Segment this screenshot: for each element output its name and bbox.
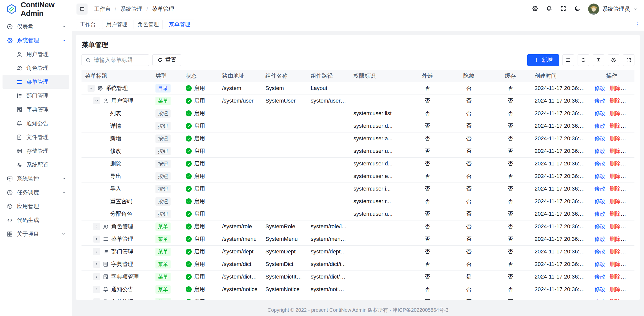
- cell: [262, 183, 307, 195]
- row-density-button[interactable]: [593, 54, 604, 66]
- code-icon: [7, 217, 13, 223]
- delete-link[interactable]: 删除: [610, 286, 621, 292]
- sidebar-item-label: 代码生成: [17, 216, 66, 224]
- sidebar-item-monitor[interactable]: 系统监控: [3, 172, 69, 186]
- expand-toggle[interactable]: [93, 261, 100, 268]
- yes-no-badge: 否: [466, 236, 472, 242]
- yes-no-badge: 否: [466, 160, 472, 167]
- delete-link[interactable]: 删除: [610, 123, 621, 129]
- sidebar-item-schedule[interactable]: 任务调度: [3, 186, 69, 199]
- edit-link[interactable]: 修改: [594, 85, 606, 91]
- settings-button[interactable]: [532, 5, 538, 13]
- delete-link[interactable]: 删除: [610, 223, 621, 230]
- sidebar-item-dept[interactable]: 部门管理: [3, 89, 69, 103]
- edit-link[interactable]: 修改: [594, 173, 606, 179]
- user-menu[interactable]: 系统管理员: [588, 4, 637, 15]
- breadcrumb: 工作台 / 系统管理 / 菜单管理: [94, 5, 174, 13]
- sidebar-item-notice[interactable]: 通知公告: [3, 116, 69, 130]
- expand-toggle[interactable]: [93, 236, 100, 243]
- sidebar-item-role[interactable]: 角色管理: [3, 61, 69, 75]
- delete-link[interactable]: 删除: [610, 299, 621, 300]
- delete-link[interactable]: 删除: [610, 186, 621, 192]
- edit-link[interactable]: 修改: [594, 299, 606, 300]
- expand-toggle[interactable]: [88, 85, 95, 92]
- edit-link[interactable]: 修改: [594, 261, 606, 267]
- sidebar-item-storage[interactable]: 存储管理: [3, 144, 69, 158]
- column-settings-button[interactable]: [608, 54, 619, 66]
- tab-more-icon[interactable]: [634, 22, 640, 27]
- notifications-button[interactable]: [546, 5, 552, 13]
- delete-link[interactable]: 删除: [610, 98, 621, 104]
- delete-link[interactable]: 删除: [610, 236, 621, 242]
- delete-link[interactable]: 删除: [610, 173, 621, 179]
- cell: 2024-11-17 20:36:27: [531, 107, 589, 120]
- yes-no-badge: 否: [508, 186, 513, 192]
- dark-mode-button[interactable]: [574, 5, 581, 13]
- edit-link[interactable]: 修改: [594, 160, 606, 167]
- sidebar-item-file[interactable]: 文件管理: [3, 130, 69, 144]
- table-fullscreen-button[interactable]: [623, 54, 634, 66]
- breadcrumb-item[interactable]: 工作台: [94, 5, 111, 13]
- edit-link[interactable]: 修改: [594, 198, 606, 204]
- edit-link[interactable]: 修改: [594, 274, 606, 280]
- expand-toggle[interactable]: [93, 97, 100, 104]
- fullscreen-button[interactable]: [560, 5, 567, 13]
- cell: 分配角色: [82, 208, 152, 220]
- delete-link[interactable]: 删除: [610, 211, 621, 217]
- edit-link[interactable]: 修改: [594, 135, 606, 142]
- edit-link[interactable]: 修改: [594, 98, 606, 104]
- delete-link[interactable]: 删除: [610, 110, 621, 116]
- delete-link[interactable]: 删除: [610, 248, 621, 255]
- sidebar-item-system[interactable]: 系统管理: [3, 33, 69, 47]
- add-button[interactable]: 新增: [527, 54, 559, 66]
- status-badge: 启用: [186, 248, 205, 255]
- delete-link[interactable]: 删除: [610, 274, 621, 280]
- status-badge: 启用: [186, 135, 205, 142]
- edit-link[interactable]: 修改: [594, 186, 606, 192]
- expand-toggle[interactable]: [93, 286, 100, 293]
- refresh-table-button[interactable]: [578, 54, 589, 66]
- tab-3[interactable]: 菜单管理: [165, 20, 194, 29]
- sidebar-item-config[interactable]: 系统配置: [3, 158, 69, 172]
- edit-link[interactable]: 修改: [594, 248, 606, 255]
- tab-0[interactable]: 工作台: [76, 20, 100, 29]
- breadcrumb-item[interactable]: 系统管理: [120, 5, 142, 13]
- tab-2[interactable]: 角色管理: [134, 20, 163, 29]
- edit-link[interactable]: 修改: [594, 211, 606, 217]
- yes-no-badge: 否: [425, 110, 430, 116]
- cell: 修改删除新增: [589, 170, 634, 183]
- delete-link[interactable]: 删除: [610, 85, 621, 91]
- reset-button[interactable]: 重置: [152, 54, 181, 66]
- cell: 删除: [82, 157, 152, 170]
- search-input[interactable]: [93, 57, 145, 64]
- collapse-sidebar-button[interactable]: [76, 4, 88, 15]
- expand-toggle[interactable]: [93, 248, 100, 255]
- expand-rows-button[interactable]: [562, 54, 574, 66]
- sidebar-item-dashboard[interactable]: 仪表盘: [3, 20, 69, 33]
- sidebar-item-about[interactable]: 关于项目: [3, 227, 69, 241]
- edit-link[interactable]: 修改: [594, 110, 606, 116]
- cell: 按钮: [152, 183, 182, 195]
- sidebar-item-codegen[interactable]: 代码生成: [3, 213, 69, 227]
- expand-toggle[interactable]: [93, 223, 100, 230]
- edit-link[interactable]: 修改: [594, 286, 606, 292]
- edit-link[interactable]: 修改: [594, 123, 606, 129]
- cell: 2024-11-17 20:36:27: [531, 132, 589, 145]
- edit-link[interactable]: 修改: [594, 236, 606, 242]
- sidebar-item-app-manage[interactable]: 应用管理: [3, 199, 69, 213]
- delete-link[interactable]: 删除: [610, 198, 621, 204]
- delete-link[interactable]: 删除: [610, 148, 621, 154]
- expand-toggle[interactable]: [93, 273, 100, 280]
- delete-link[interactable]: 删除: [610, 261, 621, 267]
- delete-link[interactable]: 删除: [610, 135, 621, 142]
- edit-link[interactable]: 修改: [594, 223, 606, 230]
- edit-link[interactable]: 修改: [594, 148, 606, 154]
- sidebar-item-dict[interactable]: 字典管理: [3, 103, 69, 116]
- sidebar-item-user[interactable]: 用户管理: [3, 47, 69, 61]
- delete-link[interactable]: 删除: [610, 160, 621, 167]
- sidebar-item-menu[interactable]: 菜单管理: [3, 75, 69, 89]
- cell: system:user:d...: [350, 157, 407, 170]
- expand-toggle[interactable]: [93, 298, 100, 300]
- tab-1[interactable]: 用户管理: [102, 20, 131, 29]
- yes-no-badge: 否: [425, 135, 430, 142]
